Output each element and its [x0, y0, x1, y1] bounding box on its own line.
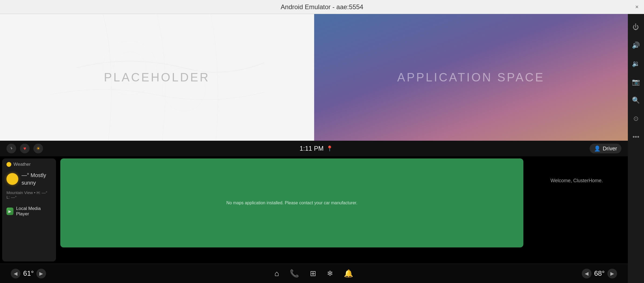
nav-left-temp: ◀ 61° ▶ — [11, 269, 46, 278]
zoom-icon[interactable]: 🔍 — [631, 95, 641, 106]
time-display: 1:11 PM — [300, 145, 324, 152]
power-icon[interactable]: ⏻ — [631, 22, 641, 32]
phone-nav-icon[interactable]: 📞 — [290, 269, 299, 278]
home-nav-icon[interactable]: ⌂ — [275, 269, 279, 278]
map-area[interactable]: No maps application installed. Please co… — [60, 158, 523, 247]
placeholder-label: PLACEHOLDER — [104, 71, 210, 84]
status-center: 1:11 PM 📍 — [300, 145, 333, 152]
emulator-body: PLACEHOLDER APPLICATION SPACE ♥ ☀ 1:11 P… — [0, 14, 644, 283]
hvac-nav-icon[interactable]: ❄ — [327, 269, 333, 278]
volume-down-icon[interactable]: 🔉 — [631, 58, 641, 69]
bluetooth-icon[interactable] — [6, 144, 16, 153]
title-bar: Android Emulator - aae:5554 × — [0, 0, 644, 14]
close-button[interactable]: × — [635, 4, 639, 11]
location-icon: 📍 — [326, 145, 333, 152]
heart-icon[interactable]: ♥ — [20, 144, 30, 153]
circle-icon[interactable]: ⊙ — [631, 113, 641, 124]
sun-icon — [6, 173, 18, 185]
panel-right: APPLICATION SPACE — [314, 14, 628, 141]
temp-left-increase[interactable]: ▶ — [36, 269, 46, 278]
temp-left-decrease[interactable]: ◀ — [11, 269, 20, 278]
nav-bar: ◀ 61° ▶ ⌂ 📞 ⊞ ❄ 🔔 ◀ 68° ▶ — [0, 264, 628, 283]
weather-condition: —° Mostly sunny — [22, 171, 52, 187]
panel-left: PLACEHOLDER — [0, 14, 314, 141]
driver-label: Driver — [603, 146, 617, 152]
camera-icon[interactable]: 📷 — [631, 77, 641, 87]
media-player-item[interactable]: ▶ Local Media Player — [2, 203, 56, 219]
notifications-nav-icon[interactable]: 🔔 — [344, 269, 353, 278]
profile-icon: 👤 — [594, 145, 601, 152]
volume-up-icon[interactable]: 🔊 — [631, 40, 641, 51]
weather-body[interactable]: —° Mostly sunny — [2, 169, 56, 189]
top-panels: PLACEHOLDER APPLICATION SPACE — [0, 14, 628, 141]
app-space-label: APPLICATION SPACE — [397, 71, 545, 84]
nav-right-temp: ◀ 68° ▶ — [582, 269, 617, 278]
apps-nav-icon[interactable]: ⊞ — [310, 269, 316, 278]
weather-location: Mountain View • H: —° L: —° — [2, 189, 56, 203]
welcome-area: Welcome, ClusterHome. — [526, 156, 628, 264]
temp-right-increase[interactable]: ▶ — [607, 269, 617, 278]
driver-button[interactable]: 👤 Driver — [590, 144, 621, 153]
weather-sun-icon — [6, 162, 11, 167]
temp-left-value: 61° — [23, 269, 34, 278]
nav-center-icons: ⌂ 📞 ⊞ ❄ 🔔 — [275, 269, 354, 278]
title-bar-text: Android Emulator - aae:5554 — [281, 3, 363, 11]
weather-label: Weather — [13, 162, 31, 167]
media-icon: ▶ — [6, 208, 13, 215]
media-label: Local Media Player — [16, 206, 52, 217]
dropdown-panel: Weather —° Mostly sunny Mountain View • … — [2, 158, 56, 261]
status-bar: ♥ ☀ 1:11 PM 📍 👤 Driver — [0, 141, 628, 156]
status-left-icons: ♥ ☀ — [6, 144, 43, 153]
brightness-icon[interactable]: ☀ — [33, 144, 43, 153]
temp-right-decrease[interactable]: ◀ — [582, 269, 592, 278]
temp-right-value: 68° — [594, 269, 605, 278]
main-content: PLACEHOLDER APPLICATION SPACE ♥ ☀ 1:11 P… — [0, 14, 628, 283]
more-icon[interactable]: ••• — [631, 132, 641, 142]
no-maps-text: No maps application installed. Please co… — [221, 195, 363, 211]
right-sidebar: ⏻ 🔊 🔉 📷 🔍 ⊙ ••• — [628, 14, 644, 283]
welcome-text: Welcome, ClusterHome. — [551, 178, 603, 184]
bottom-area: Weather —° Mostly sunny Mountain View • … — [0, 156, 628, 264]
weather-header: Weather — [2, 158, 56, 169]
status-right: 👤 Driver — [590, 144, 621, 153]
svg-point-1 — [103, 41, 157, 95]
